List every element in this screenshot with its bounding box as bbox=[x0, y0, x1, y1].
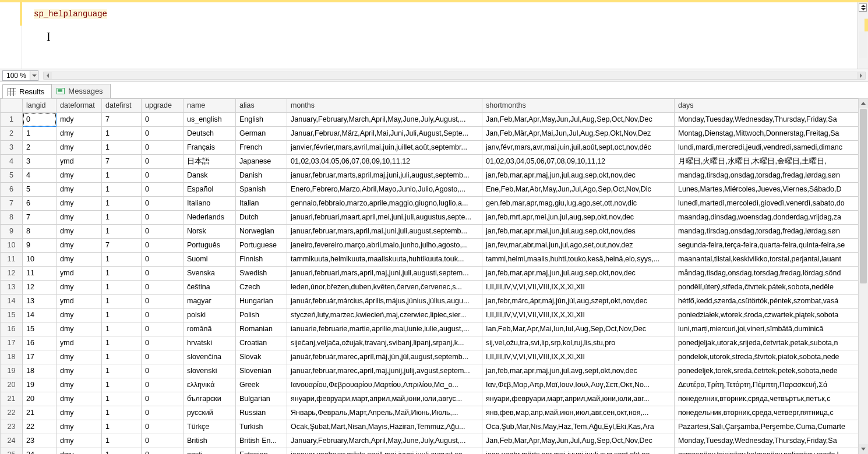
cell-alias[interactable]: Bulgarian bbox=[236, 392, 287, 406]
cell-alias[interactable]: Slovenian bbox=[236, 364, 287, 378]
cell-shortmonths[interactable]: януари,февруари,март,април,май,юни,юли,а… bbox=[482, 392, 675, 406]
cell-name[interactable]: Suomi bbox=[184, 253, 236, 267]
table-row[interactable]: 2524dmy10eestiEstonianjaanuar,veebruar,m… bbox=[1, 448, 859, 455]
cell-days[interactable]: ponedeljek,torek,sreda,četrtek,petek,sob… bbox=[675, 364, 859, 378]
row-header[interactable]: 16 bbox=[1, 322, 23, 336]
tab-results[interactable]: Results bbox=[2, 84, 52, 98]
cell-dateformat[interactable]: dmy bbox=[57, 434, 102, 448]
cell-shortmonths[interactable]: jan,feb,mrt,apr,mei,jun,jul,aug,sep,okt,… bbox=[482, 211, 675, 225]
split-editor-button[interactable] bbox=[859, 3, 867, 12]
cell-datefirst[interactable]: 1 bbox=[102, 350, 142, 364]
cell-upgrade[interactable]: 0 bbox=[142, 378, 184, 392]
cell-days[interactable]: 月曜日,火曜日,水曜日,木曜日,金曜日,土曜日, bbox=[675, 155, 859, 169]
col-header[interactable]: datefirst bbox=[102, 99, 142, 113]
cell-name[interactable]: ελληνικά bbox=[184, 378, 236, 392]
cell-months[interactable]: jaanuar,veebruar,märts,aprill,mai,juuni,… bbox=[287, 448, 482, 455]
editor-horizontal-scrollbar[interactable] bbox=[43, 72, 866, 80]
table-row[interactable]: 65dmy10EspañolSpanishEnero,Febrero,Marzo… bbox=[1, 183, 859, 197]
cell-shortmonths[interactable]: янв,фев,мар,апр,май,июн,июл,авг,сен,окт,… bbox=[482, 406, 675, 420]
col-header[interactable]: name bbox=[184, 99, 236, 113]
cell-datefirst[interactable]: 7 bbox=[102, 155, 142, 169]
cell-months[interactable]: januar,februar,marec,april,maj,junij,jul… bbox=[287, 364, 482, 378]
cell-name[interactable]: eesti bbox=[184, 448, 236, 455]
scrollbar-thumb[interactable] bbox=[860, 109, 867, 283]
cell-upgrade[interactable]: 0 bbox=[142, 183, 184, 197]
cell-shortmonths[interactable]: 01,02,03,04,05,06,07,08,09,10,11,12 bbox=[482, 155, 675, 169]
cell-dateformat[interactable]: dmy bbox=[57, 364, 102, 378]
cell-alias[interactable]: Estonian bbox=[236, 448, 287, 455]
cell-langid[interactable]: 2 bbox=[23, 141, 57, 155]
cell-months[interactable]: Ιανουαρίου,Φεβρουαρίου,Μαρτίου,Απριλίου,… bbox=[287, 378, 482, 392]
code-text[interactable]: sp_helplanguage bbox=[34, 9, 107, 19]
cell-dateformat[interactable]: dmy bbox=[57, 253, 102, 267]
cell-upgrade[interactable]: 0 bbox=[142, 322, 184, 336]
cell-months[interactable]: gennaio,febbraio,marzo,aprile,maggio,giu… bbox=[287, 197, 482, 211]
cell-shortmonths[interactable]: jan,feb,mar,apr,maj,jun,jul,aug,sep,okt,… bbox=[482, 169, 675, 183]
cell-shortmonths[interactable]: tammi,helmi,maalis,huhti,touko,kesä,hein… bbox=[482, 253, 675, 267]
cell-months[interactable]: January,February,March,April,May,June,Ju… bbox=[287, 434, 482, 448]
cell-name[interactable]: polski bbox=[184, 308, 236, 322]
cell-langid[interactable]: 8 bbox=[23, 225, 57, 239]
cell-datefirst[interactable]: 1 bbox=[102, 141, 142, 155]
cell-upgrade[interactable]: 0 bbox=[142, 420, 184, 434]
cell-langid[interactable]: 21 bbox=[23, 406, 57, 420]
cell-upgrade[interactable]: 0 bbox=[142, 434, 184, 448]
cell-months[interactable]: janeiro,fevereiro,março,abril,maio,junho… bbox=[287, 239, 482, 253]
cell-name[interactable]: Français bbox=[184, 141, 236, 155]
cell-name[interactable]: Türkçe bbox=[184, 420, 236, 434]
cell-datefirst[interactable]: 1 bbox=[102, 211, 142, 225]
cell-shortmonths[interactable]: Ene,Feb,Mar,Abr,May,Jun,Jul,Ago,Sep,Oct,… bbox=[482, 183, 675, 197]
cell-months[interactable]: януари,февруари,март,април,май,юни,юли,а… bbox=[287, 392, 482, 406]
cell-alias[interactable]: Slovak bbox=[236, 350, 287, 364]
cell-langid[interactable]: 10 bbox=[23, 253, 57, 267]
cell-dateformat[interactable]: dmy bbox=[57, 127, 102, 141]
cell-months[interactable]: januar,februar,marts,april,maj,juni,juli… bbox=[287, 169, 482, 183]
editor-vertical-scrollbar[interactable] bbox=[859, 31, 867, 58]
cell-alias[interactable]: Hungarian bbox=[236, 295, 287, 308]
cell-days[interactable]: poniedziałek,wtorek,środa,czwartek,piąte… bbox=[675, 308, 859, 322]
cell-langid[interactable]: 0 bbox=[23, 113, 57, 127]
cell-dateformat[interactable]: ymd bbox=[57, 267, 102, 281]
row-header[interactable]: 14 bbox=[1, 295, 23, 308]
corner-cell[interactable] bbox=[1, 99, 23, 113]
cell-dateformat[interactable]: dmy bbox=[57, 448, 102, 455]
cell-dateformat[interactable]: dmy bbox=[57, 322, 102, 336]
cell-months[interactable]: Januar,Februar,März,April,Mai,Juni,Juli,… bbox=[287, 127, 482, 141]
cell-upgrade[interactable]: 0 bbox=[142, 281, 184, 295]
cell-langid[interactable]: 4 bbox=[23, 169, 57, 183]
cell-langid[interactable]: 3 bbox=[23, 155, 57, 169]
cell-shortmonths[interactable]: Ian,Feb,Mar,Apr,Mai,Iun,Iul,Aug,Sep,Oct,… bbox=[482, 322, 675, 336]
cell-dateformat[interactable]: ymd bbox=[57, 155, 102, 169]
cell-alias[interactable]: Dutch bbox=[236, 211, 287, 225]
cell-months[interactable]: ianuarie,februarie,martie,aprilie,mai,iu… bbox=[287, 322, 482, 336]
cell-days[interactable]: Montag,Dienstag,Mittwoch,Donnerstag,Frei… bbox=[675, 127, 859, 141]
scroll-right-icon[interactable] bbox=[857, 72, 865, 79]
cell-days[interactable]: Monday,Tuesday,Wednesday,Thursday,Friday… bbox=[675, 434, 859, 448]
cell-datefirst[interactable]: 1 bbox=[102, 364, 142, 378]
row-header[interactable]: 6 bbox=[1, 183, 23, 197]
row-header[interactable]: 17 bbox=[1, 336, 23, 350]
cell-shortmonths[interactable]: Jan,Feb,Mär,Apr,Mai,Jun,Jul,Aug,Sep,Okt,… bbox=[482, 127, 675, 141]
row-header[interactable]: 20 bbox=[1, 378, 23, 392]
cell-days[interactable]: luni,marți,miercuri,joi,vineri,sîmbătă,d… bbox=[675, 322, 859, 336]
row-header[interactable]: 19 bbox=[1, 364, 23, 378]
cell-shortmonths[interactable]: Ιαν,Φεβ,Μαρ,Απρ,Μαϊ,Ιουν,Ιουλ,Αυγ,Σεπ,Οκ… bbox=[482, 378, 675, 392]
scroll-left-icon[interactable] bbox=[44, 72, 52, 79]
row-header[interactable]: 21 bbox=[1, 392, 23, 406]
cell-langid[interactable]: 15 bbox=[23, 322, 57, 336]
cell-months[interactable]: siječanj,veljača,ožujak,travanj,svibanj,… bbox=[287, 336, 482, 350]
cell-name[interactable]: magyar bbox=[184, 295, 236, 308]
cell-langid[interactable]: 13 bbox=[23, 295, 57, 308]
table-row[interactable]: 1615dmy10românăRomanianianuarie,februari… bbox=[1, 322, 859, 336]
cell-days[interactable]: Pazartesi,Salı,Çarşamba,Perşembe,Cuma,Cu… bbox=[675, 420, 859, 434]
cell-shortmonths[interactable]: jan,febr,márc,ápr,máj,jún,júl,aug,szept,… bbox=[482, 295, 675, 308]
row-header[interactable]: 4 bbox=[1, 155, 23, 169]
cell-langid[interactable]: 12 bbox=[23, 281, 57, 295]
cell-alias[interactable]: Swedish bbox=[236, 267, 287, 281]
cell-upgrade[interactable]: 0 bbox=[142, 141, 184, 155]
cell-shortmonths[interactable]: Jan,Feb,Mar,Apr,May,Jun,Jul,Aug,Sep,Oct,… bbox=[482, 434, 675, 448]
cell-langid[interactable]: 24 bbox=[23, 448, 57, 455]
cell-langid[interactable]: 9 bbox=[23, 239, 57, 253]
cell-datefirst[interactable]: 1 bbox=[102, 295, 142, 308]
cell-datefirst[interactable]: 1 bbox=[102, 392, 142, 406]
